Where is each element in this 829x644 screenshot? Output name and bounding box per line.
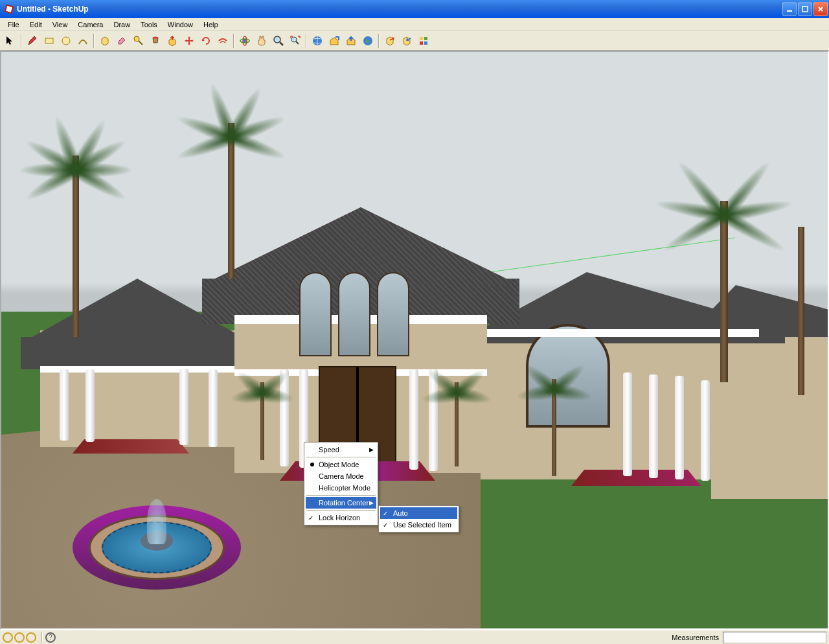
menu-view[interactable]: View <box>47 19 73 30</box>
svg-point-11 <box>274 36 280 43</box>
measurements-label: Measurements <box>668 634 723 641</box>
status-credits-icon[interactable] <box>14 632 25 643</box>
palm-trunk <box>228 123 234 279</box>
menu-help[interactable]: Help <box>198 19 223 30</box>
status-bar: ? Measurements <box>0 630 829 644</box>
ctx-speed[interactable]: Speed▶ <box>306 444 376 455</box>
get-models-icon[interactable] <box>310 33 325 49</box>
help-icon[interactable]: ? <box>45 632 56 643</box>
offset-tool-icon[interactable] <box>215 33 231 49</box>
ctx-item-label: Rotation Center <box>319 499 369 507</box>
status-geo-icon[interactable] <box>3 632 13 643</box>
circle-tool-icon[interactable] <box>58 33 74 49</box>
rectangle-tool-icon[interactable] <box>41 33 57 49</box>
palm-trunk <box>798 227 804 395</box>
house-right-wing <box>481 330 759 479</box>
column <box>649 374 658 478</box>
column <box>701 380 710 481</box>
ctx-item-label: Use Selected Item <box>393 521 451 529</box>
svg-point-7 <box>153 36 158 38</box>
check-icon: ✓ <box>308 514 313 522</box>
menu-draw[interactable]: Draw <box>108 19 135 30</box>
export-icon[interactable] <box>382 33 398 49</box>
ctx-separator <box>306 510 376 511</box>
maximize-button[interactable] <box>798 2 812 16</box>
title-bar: Untitled - SketchUp <box>0 0 829 18</box>
trim <box>40 366 234 373</box>
menu-edit[interactable]: Edit <box>25 19 47 30</box>
paint-bucket-tool-icon[interactable] <box>148 33 163 49</box>
menu-file[interactable]: File <box>3 19 25 30</box>
status-user-icon[interactable] <box>26 632 36 643</box>
ctx-separator <box>306 457 376 457</box>
ctx-item-label: Auto <box>393 509 408 517</box>
column <box>429 369 438 471</box>
settings-icon[interactable] <box>416 33 431 49</box>
svg-rect-16 <box>424 37 427 40</box>
svg-point-8 <box>243 39 247 43</box>
minimize-button[interactable] <box>782 2 797 16</box>
ctx-item-label: Helicopter Mode <box>319 484 370 492</box>
column <box>623 373 632 476</box>
palm-trunk <box>720 201 728 382</box>
close-button[interactable] <box>813 2 828 16</box>
measurements-input[interactable] <box>723 632 826 643</box>
svg-rect-3 <box>802 6 808 12</box>
ctx-auto[interactable]: ✓Auto <box>380 507 457 519</box>
context-menu: Speed▶ Object Mode Camera Mode Helicopte… <box>304 442 378 525</box>
pan-tool-icon[interactable] <box>254 33 269 49</box>
fountain-spray <box>147 499 166 544</box>
ctx-item-label: Object Mode <box>319 461 359 468</box>
zoom-extents-tool-icon[interactable] <box>288 33 303 49</box>
column <box>60 369 69 441</box>
menu-bar: File Edit View Camera Draw Tools Window … <box>0 18 829 31</box>
rotate-tool-icon[interactable] <box>198 33 214 49</box>
share-model-icon[interactable] <box>326 33 342 49</box>
ctx-camera-mode[interactable]: Camera Mode <box>306 470 376 482</box>
ctx-use-selected-item[interactable]: ✓Use Selected Item <box>380 519 457 531</box>
menu-window[interactable]: Window <box>163 19 198 30</box>
zoom-tool-icon[interactable] <box>271 33 286 49</box>
upload-model-icon[interactable] <box>343 33 359 49</box>
column <box>409 369 418 470</box>
ctx-lock-horizon[interactable]: ✓Lock Horizon <box>306 512 376 523</box>
palm-trunk <box>260 382 264 460</box>
arc-tool-icon[interactable] <box>75 33 91 49</box>
arch-window <box>338 272 370 356</box>
ctx-separator <box>306 495 376 496</box>
select-tool-icon[interactable] <box>3 33 18 49</box>
menu-camera[interactable]: Camera <box>73 19 108 30</box>
window-title: Untitled - SketchUp <box>17 5 782 14</box>
earth-icon[interactable] <box>360 33 376 49</box>
column <box>179 369 188 445</box>
check-icon: ✓ <box>383 522 388 529</box>
app-icon <box>4 4 14 14</box>
svg-rect-2 <box>787 10 792 12</box>
context-submenu: ✓Auto ✓Use Selected Item <box>378 505 459 533</box>
check-icon: ✓ <box>383 510 388 517</box>
tape-measure-tool-icon[interactable] <box>131 33 146 49</box>
ctx-item-label: Lock Horizon <box>319 514 360 522</box>
pencil-tool-icon[interactable] <box>25 33 40 49</box>
column <box>85 369 95 442</box>
svg-point-5 <box>62 37 70 45</box>
push-pull-tool-icon[interactable] <box>165 33 180 49</box>
menu-tools[interactable]: Tools <box>135 19 163 30</box>
radio-dot-icon <box>310 463 314 466</box>
ctx-rotation-center[interactable]: Rotation Center▶ <box>306 497 376 509</box>
ctx-item-label: Camera Mode <box>319 472 364 480</box>
column <box>209 369 218 447</box>
import-icon[interactable] <box>399 33 414 49</box>
component-tool-icon[interactable] <box>97 33 113 49</box>
viewport-3d[interactable]: Speed▶ Object Mode Camera Mode Helicopte… <box>0 51 829 630</box>
ctx-object-mode[interactable]: Object Mode <box>306 459 376 470</box>
move-tool-icon[interactable] <box>181 33 197 49</box>
palm-trunk <box>73 155 79 337</box>
svg-point-6 <box>134 36 139 41</box>
orbit-tool-icon[interactable] <box>237 33 253 49</box>
ctx-helicopter-mode[interactable]: Helicopter Mode <box>306 482 376 494</box>
arch-window <box>377 272 409 356</box>
eraser-tool-icon[interactable] <box>114 33 130 49</box>
submenu-arrow-icon: ▶ <box>369 446 374 453</box>
svg-rect-18 <box>424 41 427 45</box>
